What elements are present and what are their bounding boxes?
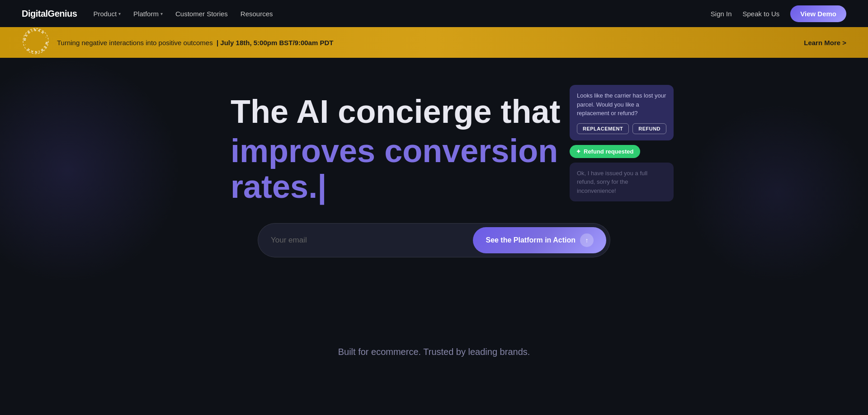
nav-item-product[interactable]: Product ▾ (93, 10, 121, 18)
nav-link-resources[interactable]: Resources (241, 10, 273, 18)
refund-badge-text: Refund requested (584, 148, 634, 155)
nav-item-stories[interactable]: Customer Stories (175, 10, 228, 18)
refund-button[interactable]: REFUND (632, 123, 666, 134)
banner-date: | July 18th, 5:00pm BST/9:00am PDT (215, 39, 334, 47)
cursor: | (317, 168, 326, 205)
view-demo-button[interactable]: View Demo (790, 5, 846, 22)
webinar-banner: WEBINAR · WEBINAR · Turning negative int… (0, 27, 868, 58)
bg-blob-2 (687, 103, 868, 284)
refund-badge: ✦ Refund requested (570, 145, 640, 158)
chevron-down-icon: ▾ (160, 11, 163, 16)
chat-bubble-main: Looks like the carrier has lost your par… (570, 85, 674, 140)
chevron-down-icon: ▾ (118, 11, 121, 16)
email-form: See the Platform in Action ↑ (258, 223, 610, 257)
nav-menu: Product ▾ Platform ▾ Customer Stories Re… (93, 10, 273, 18)
email-input[interactable] (271, 231, 473, 249)
nav-left: DigitalGenius Product ▾ Platform ▾ Custo… (22, 9, 273, 19)
trusted-section: Built for ecommerce. Trusted by leading … (0, 329, 868, 366)
cta-button[interactable]: See the Platform in Action ↑ (473, 227, 606, 253)
spark-icon: ✦ (576, 148, 581, 155)
arrow-icon: ↑ (580, 233, 594, 247)
nav-link-stories[interactable]: Customer Stories (175, 10, 228, 18)
nav-link-platform[interactable]: Platform ▾ (133, 10, 163, 18)
banner-message: Turning negative interactions into posit… (57, 39, 333, 47)
chat-response-text: Ok, I have issued you a full refund, sor… (577, 169, 666, 196)
webinar-ring-icon: WEBINAR · WEBINAR · (22, 27, 50, 55)
hero-section: The AI concierge that improves conversio… (0, 58, 868, 329)
trusted-text: Built for ecommerce. Trusted by leading … (22, 347, 846, 357)
bg-blob-1 (0, 58, 181, 284)
nav-item-platform[interactable]: Platform ▾ (133, 10, 163, 18)
chat-buttons: REPLACEMENT REFUND (577, 123, 666, 134)
chat-bubble-response: Ok, I have issued you a full refund, sor… (570, 163, 674, 202)
nav-item-resources[interactable]: Resources (241, 10, 273, 18)
chat-widget: Looks like the carrier has lost your par… (570, 85, 674, 201)
cta-label: See the Platform in Action (486, 236, 576, 244)
logo[interactable]: DigitalGenius (22, 9, 77, 19)
nav-right: Sign In Speak to Us View Demo (711, 5, 846, 22)
main-nav: DigitalGenius Product ▾ Platform ▾ Custo… (0, 0, 868, 27)
nav-link-product[interactable]: Product ▾ (93, 10, 121, 18)
webinar-badge: WEBINAR · WEBINAR · (22, 27, 50, 55)
sign-in-link[interactable]: Sign In (711, 10, 732, 18)
chat-message: Looks like the carrier has lost your par… (577, 91, 666, 118)
hero-content: The AI concierge that improves conversio… (231, 94, 637, 205)
banner-left: WEBINAR · WEBINAR · Turning negative int… (22, 30, 333, 55)
replacement-button[interactable]: REPLACEMENT (577, 123, 629, 134)
speak-to-us-link[interactable]: Speak to Us (743, 10, 780, 18)
banner-learn-more-link[interactable]: Learn More > (804, 39, 846, 47)
